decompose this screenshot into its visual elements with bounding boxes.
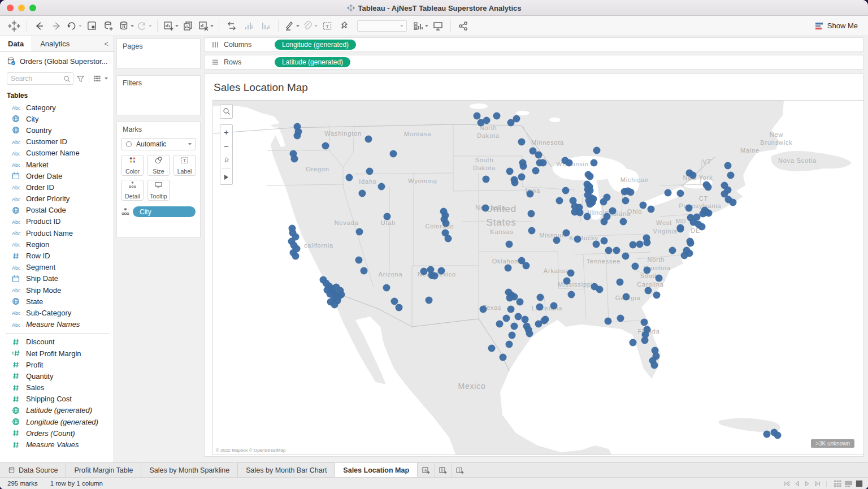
filter-fields-icon[interactable] — [76, 75, 85, 83]
city-mark[interactable] — [576, 209, 584, 217]
city-mark[interactable] — [503, 315, 510, 322]
city-mark[interactable] — [562, 187, 570, 194]
city-mark[interactable] — [604, 194, 611, 201]
city-mark[interactable] — [390, 150, 397, 158]
city-mark[interactable] — [677, 224, 684, 232]
city-mark[interactable] — [574, 236, 581, 243]
field-latitude-generated-[interactable]: Latitude (generated) — [0, 405, 114, 416]
field-net-profit-margin[interactable]: Net Profit Margin — [0, 348, 114, 359]
filters-shelf[interactable]: Filters — [116, 75, 201, 115]
longitude-pill[interactable]: Longitude (generated) — [275, 40, 356, 50]
city-mark[interactable] — [522, 316, 529, 323]
filmstrip-view-icon[interactable] — [844, 479, 853, 488]
city-mark[interactable] — [601, 218, 608, 226]
city-mark[interactable] — [365, 136, 372, 143]
city-mark[interactable] — [630, 241, 637, 249]
city-mark[interactable] — [518, 174, 526, 181]
field-orders-count-[interactable]: Orders (Count) — [0, 427, 114, 439]
undo-redo-button[interactable] — [66, 18, 82, 34]
city-mark[interactable] — [774, 432, 782, 439]
city-mark[interactable] — [359, 190, 366, 197]
field-country[interactable]: Country — [0, 124, 114, 136]
city-mark[interactable] — [361, 267, 368, 275]
city-mark[interactable] — [596, 286, 604, 293]
city-mark[interactable] — [648, 206, 655, 213]
city-mark[interactable] — [292, 253, 300, 260]
format-attach-button[interactable] — [302, 18, 318, 34]
city-mark[interactable] — [540, 159, 547, 167]
swap-rows-columns-button[interactable] — [224, 18, 239, 34]
clear-sheet-button[interactable] — [198, 18, 214, 34]
city-mark[interactable] — [617, 315, 624, 322]
size-shelf-button[interactable]: Size — [147, 155, 170, 176]
sheet-view-icon[interactable] — [855, 479, 863, 488]
columns-shelf[interactable]: Columns Longitude (generated) — [204, 37, 863, 52]
city-mark[interactable] — [763, 431, 771, 438]
city-mark[interactable] — [528, 210, 535, 218]
field-profit[interactable]: Profit — [0, 359, 114, 370]
field-row-id[interactable]: Row ID — [0, 250, 114, 261]
city-mark[interactable] — [623, 293, 630, 301]
new-worksheet-button[interactable] — [163, 18, 179, 34]
city-mark[interactable] — [480, 306, 487, 313]
city-mark[interactable] — [632, 263, 639, 270]
city-mark[interactable] — [526, 330, 533, 337]
collapse-pane-button[interactable]: < — [99, 36, 114, 51]
city-mark[interactable] — [322, 142, 329, 150]
new-worksheet-tab-button[interactable] — [418, 463, 435, 477]
city-mark[interactable] — [356, 228, 363, 236]
forward-button[interactable] — [49, 18, 64, 34]
city-mark[interactable] — [724, 162, 732, 170]
rows-shelf[interactable]: Rows Latitude (generated) — [204, 55, 863, 70]
field-segment[interactable]: AbcSegment — [0, 262, 114, 273]
city-mark[interactable] — [685, 205, 693, 212]
city-mark[interactable] — [333, 284, 340, 291]
field-measure-values[interactable]: Measure Values — [0, 439, 114, 450]
city-mark[interactable] — [605, 247, 613, 254]
city-mark[interactable] — [620, 218, 627, 226]
next-sheet-icon[interactable] — [804, 481, 810, 487]
field-ship-date[interactable]: Ship Date — [0, 273, 114, 284]
city-mark[interactable] — [640, 202, 647, 209]
field-ship-mode[interactable]: AbcShip Mode — [0, 284, 114, 296]
field-discount[interactable]: Discount — [0, 336, 114, 348]
city-mark[interactable] — [505, 265, 512, 272]
tooltip-shelf-button[interactable]: Tooltip — [147, 180, 170, 201]
field-customer-id[interactable]: AbcCustomer ID — [0, 136, 114, 148]
zoom-out-button[interactable]: − — [220, 139, 232, 153]
sheet-tab-profit-margin-table[interactable]: Profit Margin Table — [66, 463, 141, 477]
field-order-priority[interactable]: AbcOrder Priority — [0, 193, 114, 205]
city-mark[interactable] — [513, 115, 520, 123]
city-mark[interactable] — [474, 112, 481, 120]
map-canvas[interactable]: WashingtonOregonMontanaIdahoWyomingNevad… — [213, 101, 864, 455]
city-mark[interactable] — [517, 298, 524, 306]
city-mark[interactable] — [355, 257, 363, 264]
city-mark[interactable] — [556, 197, 563, 205]
sheet-tab-sales-by-month-sparkline[interactable]: Sales by Month Sparkline — [141, 463, 238, 477]
new-dashboard-tab-button[interactable] — [435, 463, 452, 477]
run-update-button[interactable] — [136, 18, 152, 34]
city-mark[interactable] — [651, 362, 658, 369]
pause-auto-updates-button[interactable] — [118, 18, 134, 34]
last-sheet-icon[interactable] — [814, 481, 821, 487]
city-mark[interactable] — [593, 241, 600, 248]
city-mark[interactable] — [669, 247, 676, 254]
field-longitude-generated-[interactable]: Longitude (generated) — [0, 416, 114, 427]
city-mark[interactable] — [653, 292, 661, 299]
map-view[interactable]: WashingtonOregonMontanaIdahoWyomingNevad… — [212, 100, 864, 455]
city-mark[interactable] — [482, 205, 489, 212]
city-mark[interactable] — [520, 163, 527, 170]
city-mark[interactable] — [496, 321, 504, 328]
city-mark[interactable] — [601, 237, 608, 245]
sheet-tab-sales-by-month-bar-chart[interactable]: Sales by Month Bar Chart — [238, 463, 335, 477]
city-mark[interactable] — [622, 197, 630, 205]
city-mark[interactable] — [656, 275, 663, 282]
city-mark[interactable] — [291, 155, 298, 163]
fix-axes-pin-button[interactable] — [337, 18, 351, 34]
city-mark[interactable] — [426, 297, 433, 304]
city-mark[interactable] — [506, 168, 514, 175]
city-mark[interactable] — [536, 304, 544, 311]
city-mark[interactable] — [518, 139, 526, 146]
city-mark[interactable] — [483, 176, 490, 183]
first-sheet-icon[interactable] — [784, 481, 790, 487]
